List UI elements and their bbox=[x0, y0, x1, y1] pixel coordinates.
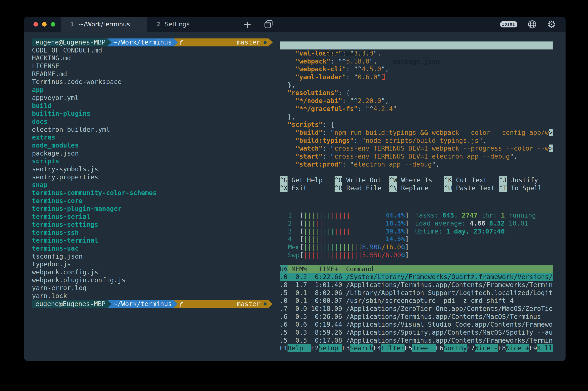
process-row[interactable]: .7 0.0 10:18.09 /Applications/ZeroTier O… bbox=[280, 305, 553, 313]
list-item: terminus-settings bbox=[32, 221, 273, 229]
htop-summary-line: Tasks: 645, 2747 thr; 1 running bbox=[415, 211, 536, 219]
prompt-line: eugene@Eugenes-MBP ~/Work/terminus maste… bbox=[32, 38, 273, 46]
list-item: builtin-plugins bbox=[32, 110, 273, 118]
list-item: build bbox=[32, 102, 273, 110]
fkey-f3: F3 bbox=[342, 344, 350, 352]
process-row[interactable]: .6 0.5 0:26.06 /Applications/Terminus.ap… bbox=[280, 313, 553, 321]
right-terminal-pane[interactable]: GNU nano 4.5 package.json "val-loader": … bbox=[273, 32, 566, 361]
list-item: terminus-ssh bbox=[32, 229, 273, 237]
htop-meter-2: 2[|||||18.5%] bbox=[288, 219, 409, 227]
process-row[interactable]: .5 0.3 8:59.26 /Applications/Spotify.app… bbox=[280, 329, 553, 337]
process-row[interactable]: .6 0.6 0:19.44 /Applications/Visual Stud… bbox=[280, 321, 553, 329]
serial-ports-icon[interactable]: IOIOI bbox=[500, 21, 517, 27]
list-item: tsconfig.json bbox=[32, 253, 273, 261]
nano-editor-text: "val-loader": "3.0.0", "webpack": "^5.18… bbox=[280, 49, 566, 168]
nano-line: "start:prod": "electron app --debug", bbox=[280, 161, 566, 169]
fkey-label: Setup bbox=[319, 344, 342, 352]
minimize-button[interactable] bbox=[42, 22, 47, 27]
prompt-git-segment: master bbox=[174, 300, 273, 308]
close-button[interactable] bbox=[33, 22, 38, 27]
fkey-f5: F5 bbox=[405, 344, 412, 352]
list-item: appveyor.yml bbox=[32, 94, 273, 102]
list-item: LICENSE bbox=[32, 62, 273, 70]
list-item: terminus-community-color-schemes bbox=[32, 189, 273, 197]
nano-line: "scripts": { bbox=[280, 121, 566, 129]
left-terminal-pane[interactable]: eugene@Eugenes-MBP ~/Work/terminus maste… bbox=[24, 32, 273, 361]
nano-line: "watch": "cross-env TERMINUS_DEV=1 webpa… bbox=[280, 145, 566, 153]
titlebar: 1 ~/Work/terminus 2 Settings + IOIOI bbox=[24, 17, 566, 32]
list-item: HACKING.md bbox=[32, 54, 273, 62]
htop-meter-4: 4[||||||14.5%] bbox=[288, 235, 409, 243]
list-item: app bbox=[32, 86, 273, 94]
desktop: 1 ~/Work/terminus 2 Settings + IOIOI bbox=[0, 0, 588, 391]
tab-title: Settings bbox=[165, 21, 190, 28]
prompt-user-segment: eugene@Eugenes-MBP bbox=[32, 300, 112, 308]
fkey-label: Filter bbox=[381, 344, 405, 352]
process-row[interactable]: .5 0.5 0:17.08 /Applications/Terminus.ap… bbox=[280, 337, 553, 345]
process-rows: .0 0.2 0:22.66 /System/Library/Framework… bbox=[280, 273, 553, 344]
process-row-selected[interactable]: .0 0.2 0:22.66 /System/Library/Framework… bbox=[280, 273, 553, 281]
terminus-window: 1 ~/Work/terminus 2 Settings + IOIOI bbox=[24, 17, 566, 361]
nano-line: "build": "npm run build:typings && webpa… bbox=[280, 129, 566, 137]
fkey-label: SortBy bbox=[443, 344, 467, 352]
traffic-lights bbox=[24, 17, 61, 32]
nano-line: "resolutions": { bbox=[280, 89, 566, 97]
prompt-git-segment: master bbox=[174, 38, 273, 46]
nano-shortcut: ^KCut Text bbox=[444, 176, 499, 184]
tab-settings[interactable]: 2 Settings bbox=[147, 17, 233, 32]
fkey-f8: F8 bbox=[498, 344, 506, 352]
process-row[interactable]: .0 0.1 0:00.07 /usr/sbin/screencapture -… bbox=[280, 297, 553, 305]
tab-index: 1 bbox=[70, 21, 74, 28]
split-panes-icon[interactable] bbox=[264, 19, 274, 29]
list-item: electron-builder.yml bbox=[32, 126, 273, 134]
git-modified-dot bbox=[264, 302, 267, 305]
process-row[interactable]: .8 1.7 1:01.40 /Applications/Terminus.ap… bbox=[280, 281, 553, 289]
globe-icon[interactable] bbox=[527, 20, 537, 29]
list-item: webpack.config.js bbox=[32, 268, 273, 276]
fkey-f7: F7 bbox=[467, 344, 475, 352]
fkey-f6: F6 bbox=[436, 344, 443, 352]
fkey-f9: F9 bbox=[529, 344, 537, 352]
maximize-button[interactable] bbox=[51, 22, 55, 27]
nano-shortcut: ^WWhere Is bbox=[389, 176, 444, 184]
nano-shortcut: ^TTo Spell bbox=[499, 184, 542, 192]
htop-meter-3: 3[||||||||||||39.3%] bbox=[288, 227, 409, 235]
settings-gear-icon[interactable]: ⚙ bbox=[547, 19, 556, 29]
new-tab-button[interactable]: + bbox=[243, 19, 252, 29]
list-item: terminus-uac bbox=[32, 245, 273, 253]
fkey-label: Nice - bbox=[475, 344, 498, 352]
nano-shortcut: ^OWrite Out bbox=[335, 176, 389, 184]
nano-version: GNU nano 4.5 bbox=[325, 50, 371, 57]
nano-line: "start": "cross-env TERMINUS_DEV=1 elect… bbox=[280, 153, 566, 161]
nano-cursor bbox=[382, 74, 385, 80]
nano-line: }, bbox=[280, 113, 566, 121]
htop-summary-line: Uptime: 1 day, 23:07:46 bbox=[415, 227, 536, 235]
nano-line: "build:typings": "node scripts/build-typ… bbox=[280, 137, 566, 145]
list-item: terminus-plugin-manager bbox=[32, 205, 273, 213]
blank-line bbox=[280, 168, 566, 176]
nano-shortcut: ^GGet Help bbox=[280, 176, 335, 184]
tab-work-terminus[interactable]: 1 ~/Work/terminus bbox=[61, 17, 147, 32]
list-item: terminus-core bbox=[32, 197, 273, 205]
nano-shortcut: ^UPaste Text bbox=[444, 184, 499, 192]
nano-line: "yaml-loader": "0.6.0" bbox=[280, 73, 566, 81]
file-listing: CODE_OF_CONDUCT.mdHACKING.mdLICENSEREADM… bbox=[32, 46, 273, 300]
process-table-header[interactable]: U% MEM% TIME+ Command bbox=[280, 265, 553, 273]
process-row[interactable]: .5 0.1 8:02.06 /Library/Application Supp… bbox=[280, 289, 553, 297]
list-item: terminus-terminal bbox=[32, 237, 273, 245]
fkey-label: Help bbox=[288, 344, 311, 352]
fkey-f4: F4 bbox=[373, 344, 381, 352]
nano-titlebar: GNU nano 4.5 package.json bbox=[280, 41, 553, 49]
process-table: U% MEM% TIME+ Command .0 0.2 0:22.66 /Sy… bbox=[280, 265, 553, 345]
nano-line: "*/node-abi": "^2.20.0", bbox=[280, 97, 566, 105]
nano-line: "**/graceful-fs": "^4.2.4" bbox=[280, 105, 566, 113]
htop-meter-swp: Swp[|||||||||||||||5.55G/6.00G] bbox=[288, 251, 409, 259]
list-item: sentry.properties bbox=[32, 173, 273, 181]
list-item: yarn-error.log bbox=[32, 284, 273, 292]
list-item: typedoc.js bbox=[32, 260, 273, 268]
prompt-line: eugene@Eugenes-MBP ~/Work/terminus maste… bbox=[32, 300, 273, 308]
nano-shortcut-bar: ^GGet Help^OWrite Out^WWhere Is^KCut Tex… bbox=[280, 176, 566, 192]
htop-meter-mem: Mem[|||||||||||||||8.90G/16.0G] bbox=[288, 243, 409, 251]
htop-function-key-bar: F1Help F2Setup F3SearchF4FilterF5Tree F6… bbox=[280, 344, 553, 352]
htop-meter-1: 1[||||||||||||44.4%] bbox=[288, 211, 409, 219]
